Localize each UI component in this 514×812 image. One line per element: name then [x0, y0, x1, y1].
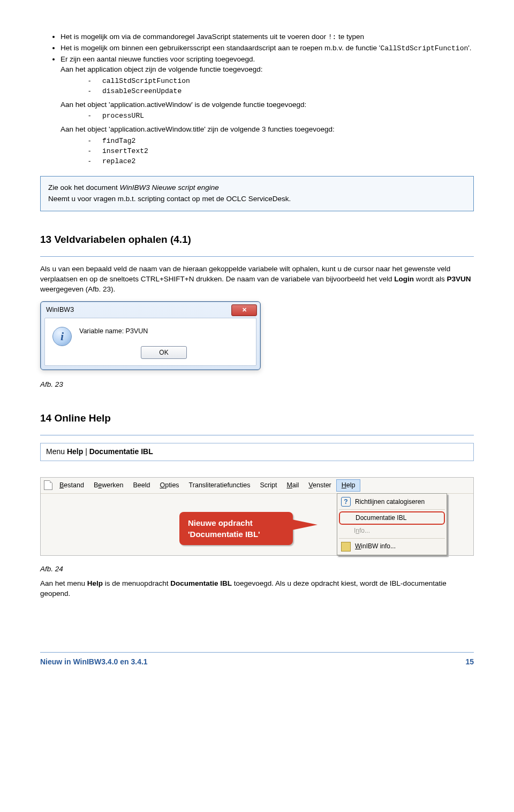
info-note-box: Zie ook het document WinIBW3 Nieuwe scri… — [40, 176, 474, 211]
inline-code: processURL — [102, 112, 144, 120]
help-dropdown: ? Richtlijnen catalogiseren Documentatie… — [337, 493, 447, 555]
dialog-message: Variable name: P3VUN — [79, 327, 248, 336]
menu-path-box: Menu Help | Documentatie IBL — [40, 443, 474, 461]
inline-code: callStdScriptFunction — [102, 77, 190, 85]
dropdown-item-winibw-info[interactable]: WinIBW info... — [339, 540, 445, 553]
footer-title: Nieuw in WinIBW3.4.0 en 3.4.1 — [40, 657, 148, 668]
figure-caption: Afb. 23 — [40, 380, 474, 390]
sub-list: findTag2 insertText2 replace2 — [88, 136, 474, 167]
menu-item-mail[interactable]: Mail — [282, 480, 304, 492]
heading-13: 13 Veldvariabelen ophalen (4.1) — [40, 233, 474, 247]
heading-14: 14 Online Help — [40, 411, 474, 426]
list-item: Er zijn een aantal nieuwe functies voor … — [61, 55, 474, 166]
arrow-icon — [292, 519, 318, 530]
paragraph: Als u van een bepaald veld de naam van d… — [40, 264, 474, 295]
separator — [40, 256, 474, 257]
inline-code: !: — [328, 33, 337, 41]
dropdown-item-info: Info... — [339, 525, 445, 539]
screenshot-dialog: WinIBW3 ✕ i Variable name: P3VUN OK — [40, 301, 474, 370]
separator — [40, 435, 474, 435]
dialog-title: WinIBW3 — [46, 305, 74, 315]
menu-item-opties[interactable]: Opties — [155, 480, 184, 492]
sub-list: callStdScriptFunction disableScreenUpdat… — [88, 76, 474, 96]
menu-item-beeld[interactable]: Beeld — [128, 480, 155, 492]
app-icon — [341, 542, 351, 551]
page-footer: Nieuw in WinIBW3.4.0 en 3.4.1 15 — [40, 652, 474, 668]
menu-item-venster[interactable]: Venster — [304, 480, 336, 492]
list-item: Het is mogelijk om binnen een gebruikers… — [61, 43, 474, 53]
inline-code: findTag2 — [102, 137, 135, 145]
sub-list: processURL — [88, 111, 474, 121]
list-item: Het is mogelijk om via de commandoregel … — [61, 32, 474, 42]
blank-icon — [341, 526, 350, 535]
dropdown-item-richtlijnen[interactable]: ? Richtlijnen catalogiseren — [339, 495, 445, 510]
dropdown-item-documentatie-ibl[interactable]: Documentatie IBL — [339, 511, 445, 525]
menu-item-bewerken[interactable]: Bewerken — [89, 480, 128, 492]
inline-code: replace2 — [102, 157, 135, 165]
inline-code: CallStdScriptFunction — [380, 44, 468, 52]
info-icon: i — [52, 327, 72, 346]
feature-list: Het is mogelijk om via de commandoregel … — [40, 32, 474, 166]
menu-item-bestand[interactable]: BBestandestand — [55, 480, 89, 492]
blank-icon — [343, 514, 351, 523]
paragraph: Aan het menu Help is de menuopdracht Doc… — [40, 579, 474, 599]
doc-title: WinIBW3 Nieuwe script engine — [120, 183, 219, 191]
menu-item-transliteratie[interactable]: Transliteratiefuncties — [184, 480, 255, 492]
close-icon[interactable]: ✕ — [231, 304, 257, 316]
help-icon: ? — [341, 497, 351, 507]
inline-code: disableScreenUpdate — [102, 87, 182, 95]
document-icon — [44, 480, 52, 490]
menu-item-help[interactable]: Help — [336, 479, 361, 492]
page-number: 15 — [465, 657, 474, 668]
menu-item-script[interactable]: Script — [255, 480, 282, 492]
ok-button[interactable]: OK — [141, 346, 187, 359]
figure-caption: Afb. 24 — [40, 564, 474, 574]
inline-code: insertText2 — [102, 147, 148, 155]
